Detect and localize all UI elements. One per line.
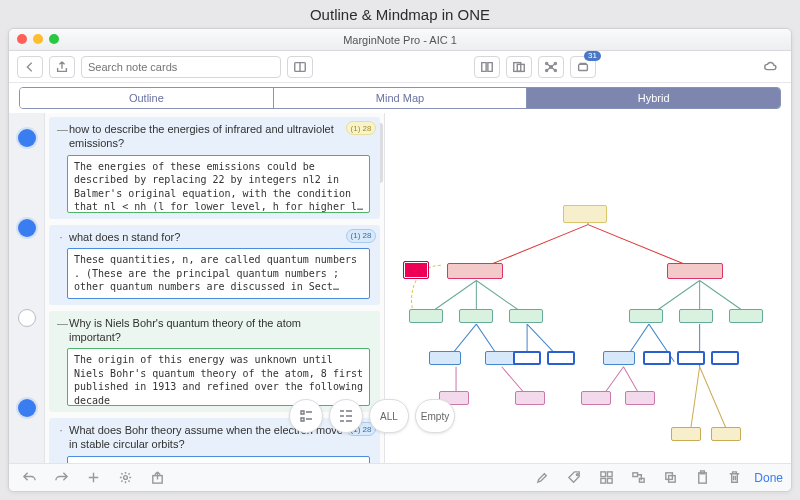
map-node[interactable] xyxy=(547,351,575,365)
map-node[interactable] xyxy=(459,309,493,323)
page-headline: Outline & Mindmap in ONE xyxy=(0,0,800,27)
mindmap-icon xyxy=(544,60,558,74)
trash-button[interactable] xyxy=(722,468,746,488)
tab-hybrid[interactable]: Hybrid xyxy=(527,88,780,108)
done-button[interactable]: Done xyxy=(754,471,783,485)
map-node[interactable] xyxy=(711,427,741,441)
toolbar xyxy=(9,51,791,83)
svg-point-11 xyxy=(576,474,578,476)
tab-outline[interactable]: Outline xyxy=(20,88,274,108)
export-button[interactable] xyxy=(145,468,169,488)
card-excerpt: These quantities, n, are called quantum … xyxy=(67,248,370,299)
outline-card[interactable]: (1) 28 — how to describe the energies of… xyxy=(49,117,380,219)
settings-button[interactable] xyxy=(113,468,137,488)
card-title: what does n stand for? xyxy=(69,231,180,245)
undo-button[interactable] xyxy=(17,468,41,488)
svg-rect-8 xyxy=(579,64,588,70)
outline-card[interactable]: — Why is Niels Bohr's quantum theory of … xyxy=(49,311,380,413)
svg-rect-14 xyxy=(601,478,606,483)
card-title: Why is Niels Bohr's quantum theory of th… xyxy=(69,317,354,345)
stack-icon xyxy=(576,60,590,74)
mindmap-view-button[interactable] xyxy=(538,56,564,78)
map-node[interactable] xyxy=(447,263,503,279)
map-node[interactable] xyxy=(711,351,739,365)
cloud-sync-button[interactable] xyxy=(757,56,783,78)
cloud-icon xyxy=(763,60,777,74)
view-mode-segmented: Outline Mind Map Hybrid xyxy=(19,87,781,109)
map-node[interactable] xyxy=(677,351,705,365)
map-node[interactable] xyxy=(563,205,607,223)
disclosure-icon[interactable]: — xyxy=(57,317,65,331)
back-button[interactable] xyxy=(17,56,43,78)
select-row-2[interactable] xyxy=(18,219,36,237)
disclosure-icon[interactable]: — xyxy=(57,123,65,137)
map-node[interactable] xyxy=(679,309,713,323)
columns-button[interactable] xyxy=(287,56,313,78)
close-icon[interactable] xyxy=(17,34,27,44)
select-row-1[interactable] xyxy=(18,129,36,147)
svg-point-9 xyxy=(123,476,127,480)
main-body: (1) 28 — how to describe the energies of… xyxy=(9,113,791,463)
link-button[interactable] xyxy=(626,468,650,488)
float-all-button[interactable]: ALL xyxy=(369,399,409,433)
map-node[interactable] xyxy=(729,309,763,323)
bottom-toolbar: Done xyxy=(9,463,791,491)
cards-icon xyxy=(512,60,526,74)
svg-rect-16 xyxy=(633,473,638,477)
map-node[interactable] xyxy=(581,391,611,405)
svg-rect-13 xyxy=(607,472,612,477)
minimize-icon[interactable] xyxy=(33,34,43,44)
card-title: how to describe the energies of infrared… xyxy=(69,123,354,151)
redo-button[interactable] xyxy=(49,468,73,488)
map-node[interactable] xyxy=(603,351,635,365)
select-row-4[interactable] xyxy=(18,399,36,417)
book-view-button[interactable] xyxy=(474,56,500,78)
svg-rect-15 xyxy=(607,478,612,483)
share-icon xyxy=(55,60,69,74)
float-list-button[interactable] xyxy=(289,399,323,433)
disclosure-icon[interactable]: · xyxy=(57,231,65,245)
page-badge: (1) 28 xyxy=(346,121,376,135)
app-window: MarginNote Pro - AIC 1 Outline Mind Map … xyxy=(8,28,792,492)
map-node[interactable] xyxy=(515,391,545,405)
page-badge: (1) 28 xyxy=(346,229,376,243)
search-input[interactable] xyxy=(81,56,281,78)
selection-gutter xyxy=(9,113,45,463)
map-node[interactable] xyxy=(509,309,543,323)
window-controls xyxy=(17,34,59,44)
card-view-button[interactable] xyxy=(506,56,532,78)
map-node[interactable] xyxy=(429,351,461,365)
map-node[interactable] xyxy=(667,263,723,279)
map-node[interactable] xyxy=(629,309,663,323)
card-excerpt: The origin of this energy was unknown un… xyxy=(67,348,370,406)
zoom-icon[interactable] xyxy=(49,34,59,44)
clipboard-button[interactable] xyxy=(690,468,714,488)
map-node[interactable] xyxy=(671,427,701,441)
float-empty-button[interactable]: Empty xyxy=(415,399,455,433)
select-row-3[interactable] xyxy=(18,309,36,327)
float-outline-button[interactable] xyxy=(329,399,363,433)
chevron-left-icon xyxy=(23,60,37,74)
disclosure-icon[interactable]: · xyxy=(57,424,65,438)
book-icon xyxy=(480,60,494,74)
map-node[interactable] xyxy=(403,261,429,279)
tag-button[interactable] xyxy=(562,468,586,488)
window-title: MarginNote Pro - AIC 1 xyxy=(343,34,457,46)
flashcard-stack-button[interactable] xyxy=(570,56,596,78)
columns-icon xyxy=(293,60,307,74)
add-button[interactable] xyxy=(81,468,105,488)
share-button[interactable] xyxy=(49,56,75,78)
card-excerpt: The energies of these emissions could be… xyxy=(67,155,370,213)
highlight-button[interactable] xyxy=(530,468,554,488)
outline-card[interactable]: (1) 28 · what does n stand for? These qu… xyxy=(49,225,380,305)
duplicate-button[interactable] xyxy=(658,468,682,488)
titlebar: MarginNote Pro - AIC 1 xyxy=(9,29,791,51)
tab-mindmap[interactable]: Mind Map xyxy=(274,88,528,108)
svg-rect-12 xyxy=(601,472,606,477)
card-excerpt: This theory assumed that negatively char… xyxy=(67,456,370,463)
map-node[interactable] xyxy=(643,351,671,365)
map-node[interactable] xyxy=(513,351,541,365)
map-node[interactable] xyxy=(409,309,443,323)
group-button[interactable] xyxy=(594,468,618,488)
map-node[interactable] xyxy=(625,391,655,405)
